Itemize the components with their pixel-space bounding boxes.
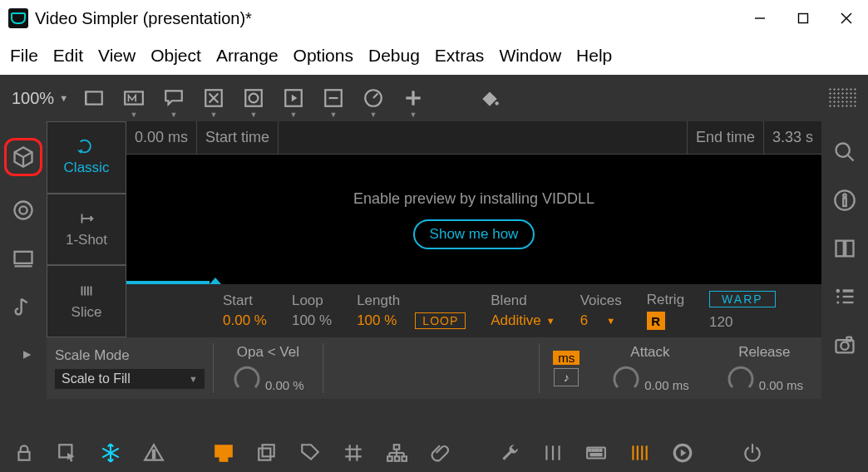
zoom-dropdown[interactable]: 100%▼ [12, 89, 68, 108]
cursor-select-icon[interactable] [55, 440, 80, 465]
chevron-down-icon: ▼ [546, 316, 555, 326]
start-time-value[interactable]: 0.00 ms [126, 129, 196, 146]
tag-icon[interactable] [298, 440, 323, 465]
svg-rect-22 [15, 252, 32, 263]
param-retrig-label: Retrig [647, 292, 684, 308]
power-icon[interactable] [740, 440, 765, 465]
svg-rect-69 [387, 456, 392, 460]
menu-arrange[interactable]: Arrange [211, 42, 284, 69]
lock-icon[interactable] [12, 440, 37, 465]
bars-orange-icon[interactable] [627, 440, 652, 465]
layers-icon[interactable] [254, 440, 279, 465]
menu-extras[interactable]: Extras [430, 42, 490, 69]
menubar: File Edit View Object Arrange Options De… [0, 37, 868, 75]
rail-playlist-icon[interactable] [9, 341, 37, 369]
note-badge[interactable]: ♪ [554, 368, 579, 386]
maximize-button[interactable] [782, 2, 825, 35]
rail-target-icon[interactable] [9, 196, 37, 224]
end-time-value[interactable]: 3.33 s [764, 129, 821, 146]
show-me-how-button[interactable]: Show me how [413, 219, 535, 249]
attachment-icon[interactable] [427, 440, 452, 465]
split-view-icon[interactable] [831, 234, 859, 263]
menu-debug[interactable]: Debug [363, 42, 425, 69]
release-knob[interactable] [726, 362, 756, 392]
mode-slice-label: Slice [72, 304, 102, 321]
svg-rect-85 [591, 454, 602, 455]
warp-value[interactable]: 120 [709, 314, 775, 331]
tool-grid-icon[interactable] [828, 87, 856, 109]
attack-knob[interactable] [611, 362, 641, 392]
svg-rect-68 [394, 445, 400, 449]
menu-view[interactable]: View [93, 42, 141, 69]
ms-badge[interactable]: ms [553, 351, 579, 365]
play-ring-icon[interactable] [670, 440, 695, 465]
list-icon[interactable] [831, 283, 859, 311]
scale-mode-select[interactable]: Scale to Fill▼ [55, 369, 205, 389]
hash-grid-icon[interactable] [341, 440, 366, 465]
tool-plus-icon[interactable]: ▼ [399, 84, 427, 112]
svg-rect-82 [593, 450, 594, 451]
attack-value: 0.00 ms [644, 378, 688, 392]
svg-rect-37 [843, 199, 846, 206]
warp-pill[interactable]: WARP [709, 291, 775, 307]
app-icon [8, 8, 28, 28]
zoom-value: 100% [12, 89, 54, 108]
camera-icon[interactable] [831, 331, 859, 359]
rail-cube-icon[interactable] [4, 138, 42, 176]
loop-pill[interactable]: LOOP [415, 312, 466, 329]
tool-rect-icon[interactable] [80, 84, 108, 112]
svg-rect-60 [215, 445, 232, 456]
snowflake-icon[interactable] [98, 440, 123, 465]
menu-edit[interactable]: Edit [48, 42, 88, 69]
warning-icon[interactable] [141, 440, 166, 465]
keyboard-icon[interactable] [584, 440, 609, 465]
param-voices-label: Voices [580, 293, 622, 309]
svg-rect-10 [245, 90, 262, 106]
tool-box-circle-icon[interactable]: ▼ [239, 84, 268, 112]
tool-gauge-icon[interactable]: ▼ [359, 84, 387, 112]
wrench-icon[interactable] [497, 440, 522, 465]
mode-tab-classic[interactable]: Classic [47, 121, 126, 194]
menu-help[interactable]: Help [571, 42, 617, 69]
close-button[interactable] [825, 2, 868, 35]
retrig-button[interactable]: R [647, 312, 665, 330]
svg-rect-84 [599, 450, 601, 451]
tool-box-minus-icon[interactable]: ▼ [319, 84, 348, 112]
timeline-marker[interactable] [126, 281, 210, 284]
svg-rect-39 [846, 241, 853, 257]
menu-options[interactable]: Options [289, 42, 358, 69]
tool-comment-icon[interactable]: ▼ [160, 84, 188, 112]
release-value: 0.00 ms [759, 378, 803, 392]
rail-note-icon[interactable] [9, 293, 37, 321]
search-icon[interactable] [831, 138, 859, 166]
param-blend-label: Blend [491, 293, 555, 309]
screen-orange-icon[interactable] [211, 440, 236, 465]
param-length-value[interactable]: 100 % [357, 312, 397, 329]
mode-tab-oneshot[interactable]: 1-Shot [47, 194, 126, 266]
bars-gray-icon[interactable] [540, 440, 565, 465]
info-icon[interactable] [831, 186, 859, 214]
attack-label: Attack [630, 344, 669, 361]
mode-oneshot-label: 1-Shot [66, 232, 107, 248]
param-blend-value[interactable]: Additive [491, 312, 540, 329]
param-loop-value[interactable]: 100 % [292, 312, 332, 329]
tool-paint-bucket-icon[interactable] [476, 84, 504, 112]
mode-tab-slice[interactable]: Slice [47, 265, 126, 337]
svg-line-34 [848, 155, 854, 161]
svg-point-33 [836, 144, 850, 157]
menu-window[interactable]: Window [494, 42, 566, 69]
menu-file[interactable]: File [5, 42, 43, 69]
param-start-value[interactable]: 0.00 % [223, 312, 267, 329]
opa-vel-knob[interactable] [232, 362, 262, 392]
svg-point-19 [496, 101, 499, 105]
rail-screen-icon[interactable] [9, 244, 37, 273]
svg-rect-38 [836, 241, 844, 257]
tool-box-x-icon[interactable]: ▼ [200, 84, 228, 112]
minimize-button[interactable] [738, 2, 782, 35]
param-voices-value[interactable]: 6 [580, 312, 588, 329]
chevron-down-icon: ▼ [606, 316, 615, 326]
hierarchy-icon[interactable] [384, 440, 409, 465]
menu-object[interactable]: Object [145, 42, 206, 69]
tool-text-m-icon[interactable]: ▼ [120, 84, 148, 112]
tool-box-play-icon[interactable]: ▼ [279, 84, 308, 112]
